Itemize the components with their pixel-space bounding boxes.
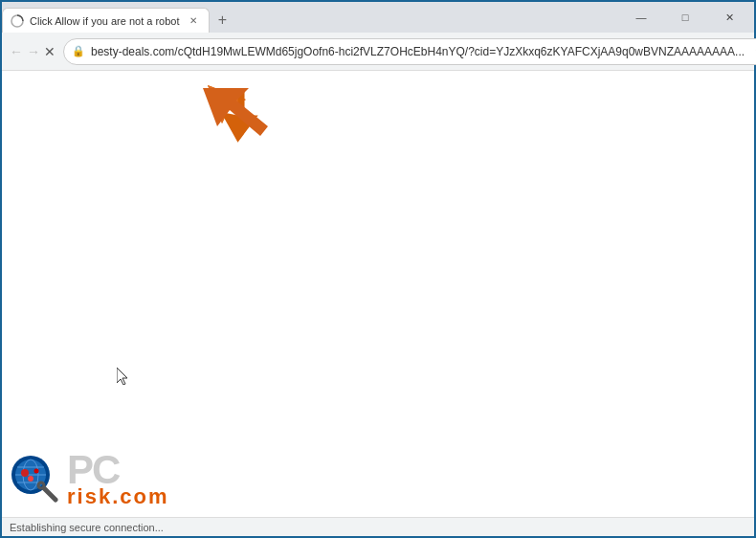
svg-point-13 [21, 469, 29, 477]
tab-close-button[interactable]: ✕ [186, 13, 201, 29]
maximize-button[interactable]: □ [664, 2, 706, 33]
browser-window: Click Allow if you are not a robot ✕ + —… [0, 0, 756, 538]
close-button[interactable]: ✕ [708, 2, 750, 33]
pcrisk-logo [10, 454, 59, 504]
page-content: PC risk.com [2, 71, 754, 517]
status-text: Establishing secure connection... [10, 522, 164, 533]
tab-title: Click Allow if you are not a robot [30, 15, 180, 27]
pcrisk-watermark: PC risk.com [2, 440, 270, 517]
toolbar: ← → ✕ 🔒 besty-deals.com/cQtdH19MwLEWMd65… [2, 33, 754, 71]
back-icon: ← [10, 44, 23, 59]
pcrisk-risk-text: risk.com [67, 486, 169, 507]
minimize-button[interactable]: — [620, 2, 662, 33]
new-tab-button[interactable]: + [210, 8, 236, 33]
window-controls: — □ ✕ [616, 2, 754, 33]
arrow-pointing-up-left [193, 78, 279, 168]
statusbar: Establishing secure connection... [2, 517, 754, 536]
bookmark-icon[interactable]: ☆ [750, 42, 756, 61]
url-text: besty-deals.com/cQtdH19MwLEWMd65jgOofn6-… [91, 45, 745, 58]
svg-point-14 [28, 476, 33, 482]
svg-marker-6 [203, 88, 268, 136]
svg-line-16 [44, 488, 56, 500]
reload-button[interactable]: ✕ [44, 38, 56, 65]
svg-point-15 [34, 469, 39, 474]
titlebar: Click Allow if you are not a robot ✕ + —… [2, 2, 754, 33]
tab-strip: Click Allow if you are not a robot ✕ + [2, 2, 616, 33]
reload-icon: ✕ [44, 44, 56, 59]
forward-button[interactable]: → [27, 38, 40, 65]
mouse-cursor [117, 368, 130, 385]
forward-icon: → [27, 44, 40, 59]
tab-favicon [11, 14, 24, 28]
address-icons: ☆ [750, 42, 756, 61]
back-button[interactable]: ← [10, 38, 23, 65]
pcrisk-text: PC risk.com [67, 450, 169, 507]
address-bar[interactable]: 🔒 besty-deals.com/cQtdH19MwLEWMd65jgOofn… [63, 38, 756, 65]
active-tab[interactable]: Click Allow if you are not a robot ✕ [2, 8, 210, 33]
lock-icon: 🔒 [72, 45, 85, 57]
